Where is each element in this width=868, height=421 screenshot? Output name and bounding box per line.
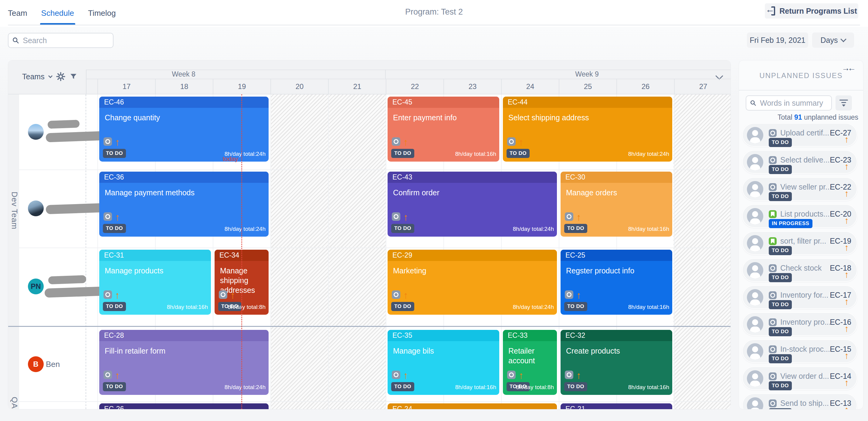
card-EC-24[interactable]: EC-24 [388,403,557,410]
priority-up-icon: ↑ [576,371,581,380]
teams-dropdown[interactable]: Teams [22,72,44,81]
issue-EC-13[interactable]: Send to ship...EC-13TO DO↑ [742,393,857,410]
team-label-column [8,94,19,409]
day-header-20: 20 [271,79,328,94]
card-total-hours: 8h/day total:24h [628,151,669,157]
task-type-icon [103,290,112,299]
date-picker-button[interactable]: Fri Feb 19, 2021 [747,32,808,48]
issue-summary: Check stock [780,264,822,273]
unplanned-issues-panel: →← UNPLANNED ISSUES Total 91 unplanned i… [739,60,863,410]
priority-up-icon: ↑ [115,213,120,221]
card-title: Manage products [99,261,211,280]
total-prefix: Total [778,113,793,121]
redacted-name [48,275,87,284]
priority-up-icon: ↑ [844,270,849,279]
row-separator [19,248,731,248]
issue-EC-20[interactable]: List products...EC-20IN PROGRESS↑ [742,204,857,228]
card-EC-32[interactable]: EC-32Create products↑TO DO8h/day total:1… [561,330,672,395]
issue-EC-19[interactable]: sort, filter pr...EC-19TO DO↑ [742,231,857,255]
page-title: Program: Test 2 [0,7,868,17]
task-type-icon [769,129,777,137]
search-input[interactable] [22,36,109,45]
card-EC-36[interactable]: EC-36Manage payment methods↑TO DO8h/day … [99,172,269,236]
day-header-18: 18 [155,79,213,94]
card-total-hours: 8h/day total:16h [455,384,496,391]
top-bar: Team Schedule Timelog Program: Test 2 ← … [0,0,868,27]
card-title: Marketing [388,261,557,280]
card-key: EC-30 [561,172,672,183]
gear-icon[interactable] [56,72,65,81]
tab-underline-track [8,25,860,26]
card-title: Manage orders [561,183,672,202]
card-key: EC-25 [561,250,672,261]
card-total-hours: 8h/day total:24h [225,384,266,391]
issue-EC-14[interactable]: View order d...EC-14TO DO↑ [742,366,857,390]
card-EC-31[interactable]: EC-31Manage products↑TO DO8h/day total:1… [99,250,211,315]
issue-summary: In-stock proc... [780,345,830,354]
filter-funnel-icon[interactable] [69,72,78,81]
card-EC-33[interactable]: EC-33Retailer account↑TO DO8h/day total:… [503,330,557,395]
day-header-24: 24 [501,79,559,94]
chevron-down-icon[interactable] [48,74,53,78]
card-EC-29[interactable]: EC-29Marketing↑TO DO8h/day total:24h [388,250,557,315]
issue-summary: Send to ship... [780,399,829,408]
issue-EC-27[interactable]: Upload certif...EC-27TO DO↑ [742,123,857,147]
card-EC-45[interactable]: EC-45Enter payment info↑TO DO8h/day tota… [388,96,499,162]
card-EC-35[interactable]: EC-35Manage bils↑TO DO8h/day total:16h [388,330,499,395]
card-EC-43[interactable]: EC-43Confirm order↑TO DO8h/day total:24h [388,172,557,236]
issue-EC-22[interactable]: View seller pr...EC-22TO DO↑ [742,177,857,201]
task-type-icon [769,264,777,272]
task-type-icon [769,291,777,299]
card-EC-44[interactable]: EC-44Select shipping address↑TO DO8h/day… [503,96,672,162]
card-title: Manage bils [388,341,499,361]
card-EC-46[interactable]: EC-46Change quantity↑TO DO8h/day total:2… [99,96,269,162]
day-header-26: 26 [616,79,674,94]
issue-summary: Select delive... [780,156,830,164]
task-type-icon [392,212,400,221]
day-grid-line [97,94,98,409]
card-total-hours: 8h/day total:16h [628,384,669,391]
day-header-25: 25 [559,79,616,94]
status-badge: TO DO [103,302,126,311]
task-type-icon [392,137,400,146]
priority-up-icon: ↑ [844,135,849,144]
total-suffix: unplanned issues [804,113,858,121]
status-badge: TO DO [391,149,414,158]
unplanned-search [746,95,832,111]
week-boundary [385,69,386,79]
assignee-avatar-icon [747,127,763,143]
priority-up-icon: ↑ [844,405,849,410]
timeline-header: Teams Week 8Week 91718192021222324252627 [8,60,731,94]
issue-summary: Inventory for... [780,291,828,300]
issue-EC-18[interactable]: Check stockEC-18TO DO↑ [742,258,857,282]
card-EC-26[interactable]: EC-26 [99,403,269,410]
priority-up-icon: ↑ [844,352,849,360]
card-total-hours: 8h/day total:24h [513,304,554,310]
card-EC-30[interactable]: EC-30Manage orders↑TO DO8h/day total:16h [561,172,672,236]
card-total-hours: 8h/day total:16h [455,151,496,157]
issue-EC-15[interactable]: In-stock proc...EC-15TO DO↑ [742,339,857,363]
priority-up-icon: ↑ [403,371,408,380]
task-type-icon [769,345,777,353]
issue-EC-23[interactable]: Select delive...EC-23TO DO↑ [742,150,857,174]
redacted-name [48,120,80,129]
task-type-icon [769,372,777,380]
card-key: EC-36 [99,172,269,183]
priority-up-icon: ↑ [115,371,120,380]
return-programs-list-button[interactable]: ← Return Programs List [765,3,858,19]
card-title: Regster product info [561,261,672,280]
card-EC-25[interactable]: EC-25Regster product info↑TO DO8h/day to… [561,250,672,315]
card-EC-28[interactable]: EC-28Fill-in retailer form↑TO DO8h/day t… [99,330,269,395]
issue-EC-16[interactable]: Inventory pro...EC-16TO DO↑ [742,312,857,336]
total-count: 91 [794,113,802,121]
issue-EC-17[interactable]: Inventory for...EC-17TO DO↑ [742,285,857,309]
filter-issues-button[interactable] [836,95,852,111]
task-type-icon [392,371,400,379]
task-type-icon [769,318,777,326]
assignee-avatar-icon [747,289,763,306]
card-EC-21[interactable]: EC-21 [561,403,672,410]
card-title: Retailer account [503,341,557,370]
range-dropdown-button[interactable]: Days [812,32,854,48]
member-name: Ben [46,360,60,369]
words-in-summary-input[interactable] [760,99,828,108]
